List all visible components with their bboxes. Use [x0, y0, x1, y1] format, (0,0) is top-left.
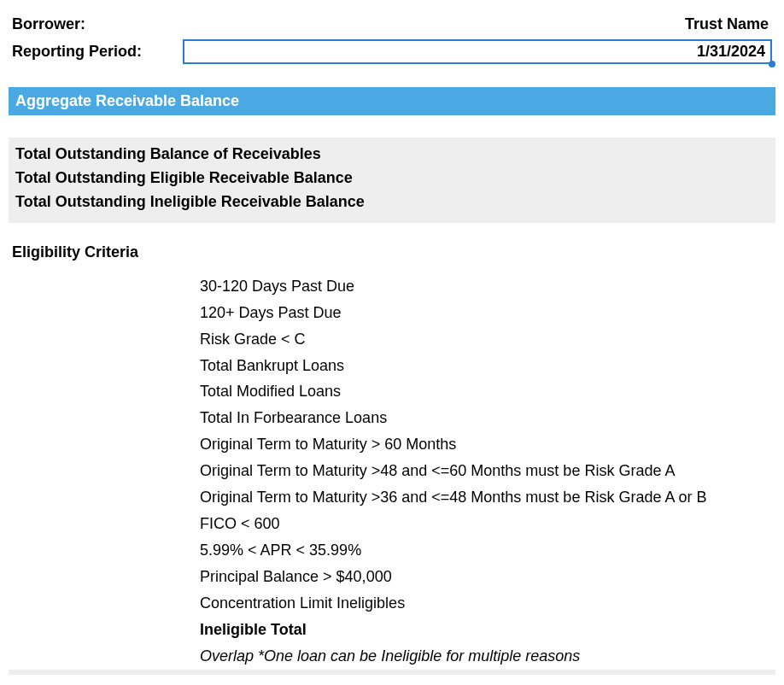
reporting-period-value[interactable]: 1/31/2024 — [183, 39, 772, 64]
section-title-band: Aggregate Receivable Balance — [9, 87, 775, 115]
totals-block: Total Outstanding Balance of Receivables… — [9, 138, 775, 223]
criteria-item: Principal Balance > $40,000 — [200, 564, 772, 590]
borrower-label: Borrower: — [12, 15, 183, 33]
criteria-list: 30-120 Days Past Due 120+ Days Past Due … — [12, 273, 772, 670]
criteria-item: Concentration Limit Ineligibles — [200, 590, 772, 617]
total-outstanding-balance: Total Outstanding Balance of Receivables — [15, 143, 769, 167]
reporting-period-label: Reporting Period: — [12, 43, 183, 61]
criteria-item: Risk Grade < C — [200, 326, 772, 353]
criteria-ineligible-total: Ineligible Total — [200, 617, 772, 643]
eligibility-criteria-header: Eligibility Criteria — [12, 243, 772, 261]
criteria-item: Total Modified Loans — [200, 378, 772, 405]
criteria-item: Original Term to Maturity > 60 Months — [200, 431, 772, 458]
total-ineligible-balance: Total Outstanding Ineligible Receivable … — [15, 190, 769, 214]
borrower-row: Borrower: Trust Name — [12, 12, 772, 36]
criteria-item: FICO < 600 — [200, 511, 772, 537]
fill-handle-icon[interactable] — [769, 61, 775, 67]
criteria-overlap-note: Overlap *One loan can be Ineligible for … — [200, 643, 772, 670]
reporting-period-row: Reporting Period: 1/31/2024 — [12, 39, 772, 63]
criteria-item: Total In Forbearance Loans — [200, 405, 772, 431]
total-eligible-balance: Total Outstanding Eligible Receivable Ba… — [15, 167, 769, 190]
criteria-item: 30-120 Days Past Due — [200, 273, 772, 300]
criteria-item: 120+ Days Past Due — [200, 300, 772, 326]
borrower-value: Trust Name — [183, 15, 772, 33]
selected-cell[interactable]: 1/31/2024 — [183, 39, 772, 64]
criteria-item: Total Bankrupt Loans — [200, 353, 772, 379]
criteria-item: Original Term to Maturity >48 and <=60 M… — [200, 458, 772, 484]
criteria-item: Original Term to Maturity >36 and <=48 M… — [200, 484, 772, 511]
footer-band — [9, 670, 775, 675]
document-page: Borrower: Trust Name Reporting Period: 1… — [0, 0, 784, 675]
criteria-item: 5.99% < APR < 35.99% — [200, 537, 772, 564]
